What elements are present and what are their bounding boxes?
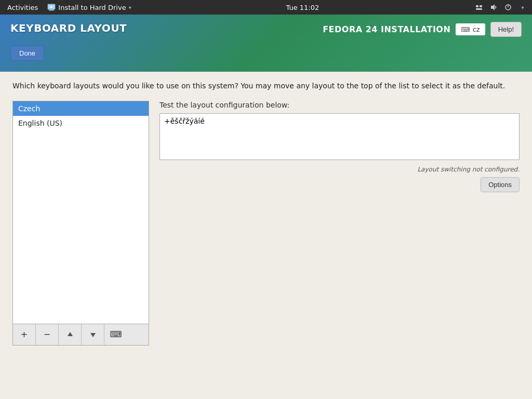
app-label: Install to Hard Drive	[58, 4, 126, 11]
topbar-left: Activities Install to Hard Drive ▾	[4, 3, 131, 12]
test-area: Test the layout configuration below: Lay…	[159, 101, 520, 345]
layout-item[interactable]: Czech	[13, 101, 149, 116]
help-button[interactable]: Help!	[490, 22, 522, 37]
topbar-right: ▾	[474, 2, 528, 12]
svg-rect-3	[476, 5, 478, 7]
main-content: Which keyboard layouts would you like to…	[0, 72, 532, 399]
svg-rect-4	[480, 5, 482, 7]
layout-item[interactable]: English (US)	[13, 116, 149, 130]
test-input[interactable]	[159, 113, 520, 160]
svg-rect-5	[476, 8, 482, 10]
move-down-button[interactable]	[82, 324, 104, 345]
network-icon[interactable]	[474, 2, 484, 12]
switching-note: Layout switching not configured.	[159, 166, 520, 173]
topbar-time: Tue 11:02	[131, 4, 474, 11]
keyboard-indicator[interactable]: ⌨ cz	[456, 23, 485, 35]
svg-marker-10	[90, 333, 96, 337]
done-button[interactable]: Done	[10, 46, 44, 61]
add-layout-button[interactable]: +	[13, 324, 36, 345]
page-title: KEYBOARD LAYOUT	[10, 22, 127, 34]
topbar-app[interactable]: Install to Hard Drive ▾	[47, 3, 131, 11]
keyboard-layout-code: cz	[473, 25, 480, 33]
activities-button[interactable]: Activities	[4, 3, 41, 12]
layout-list-container: CzechEnglish (US) + − ⌨	[12, 101, 149, 345]
content-area: CzechEnglish (US) + − ⌨ Test the layout …	[12, 101, 520, 345]
test-label: Test the layout configuration below:	[159, 101, 520, 109]
keyboard-preview-button[interactable]: ⌨	[104, 324, 127, 345]
svg-rect-1	[49, 9, 54, 10]
install-icon	[47, 3, 56, 11]
volume-icon[interactable]	[488, 2, 499, 12]
header: KEYBOARD LAYOUT Done FEDORA 24 INSTALLAT…	[0, 15, 532, 72]
svg-marker-9	[68, 332, 73, 336]
header-right: FEDORA 24 INSTALLATION ⌨ cz Help!	[323, 22, 522, 37]
keyboard-icon: ⌨	[461, 26, 470, 33]
list-toolbar: + − ⌨	[12, 324, 149, 345]
options-button[interactable]: Options	[481, 177, 520, 192]
power-icon[interactable]	[503, 2, 513, 12]
fedora-label: FEDORA 24 INSTALLATION	[323, 24, 450, 34]
system-menu-icon[interactable]: ▾	[517, 2, 528, 12]
description-text: Which keyboard layouts would you like to…	[12, 81, 520, 91]
layout-list: CzechEnglish (US)	[12, 101, 149, 324]
topbar: Activities Install to Hard Drive ▾ Tue 1…	[0, 0, 532, 15]
remove-layout-button[interactable]: −	[36, 324, 59, 345]
svg-marker-6	[491, 4, 495, 10]
move-up-button[interactable]	[59, 324, 82, 345]
